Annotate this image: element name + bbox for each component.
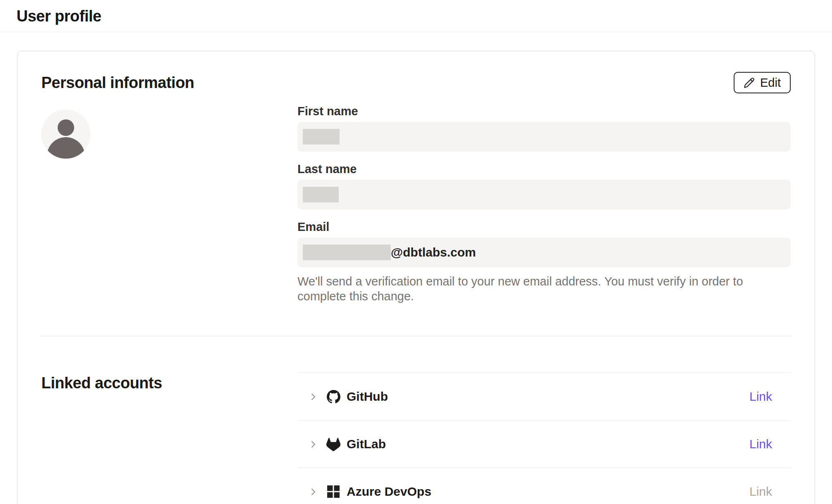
account-row-azure-devops: Azure DevOps Link	[297, 468, 791, 504]
linked-accounts-heading-column: Linked accounts	[41, 373, 297, 504]
personal-info-form: First name Last name Email @dbtlabs.com …	[297, 105, 791, 304]
azure-devops-link-action: Link	[749, 485, 772, 499]
page-header: User profile	[0, 0, 832, 32]
email-helper-text: We'll send a verification email to your …	[297, 274, 791, 304]
chevron-right-icon[interactable]	[308, 439, 319, 450]
email-redacted-value	[303, 245, 391, 260]
edit-button-label: Edit	[760, 76, 781, 90]
github-icon	[326, 390, 340, 404]
gitlab-link-action[interactable]: Link	[749, 437, 772, 451]
account-name: GitHub	[347, 390, 388, 404]
gitlab-icon	[326, 437, 340, 451]
edit-button[interactable]: Edit	[734, 72, 791, 93]
last-name-label: Last name	[297, 162, 791, 176]
first-name-redacted-value	[303, 129, 340, 145]
linked-accounts-list: GitHub Link GitLab Link	[297, 373, 791, 504]
email-label: Email	[297, 220, 791, 234]
last-name-group: Last name	[297, 162, 791, 209]
email-domain-suffix: @dbtlabs.com	[391, 245, 476, 259]
account-row-github: GitHub Link	[297, 373, 791, 421]
personal-info-heading: Personal information	[41, 74, 194, 92]
avatar	[41, 109, 90, 159]
first-name-input[interactable]	[297, 122, 791, 152]
chevron-right-icon[interactable]	[308, 486, 319, 497]
account-name: Azure DevOps	[347, 485, 431, 499]
chevron-right-icon[interactable]	[308, 391, 319, 402]
github-link-action[interactable]: Link	[749, 390, 772, 404]
pencil-icon	[744, 77, 755, 88]
email-input[interactable]: @dbtlabs.com	[297, 238, 791, 267]
linked-accounts-section: Linked accounts GitHub Link	[41, 373, 791, 504]
first-name-group: First name	[297, 105, 791, 152]
last-name-redacted-value	[303, 187, 339, 202]
page-title: User profile	[17, 6, 815, 26]
linked-accounts-heading: Linked accounts	[41, 374, 297, 392]
account-row-gitlab: GitLab Link	[297, 421, 791, 468]
last-name-input[interactable]	[297, 180, 791, 209]
profile-card: Personal information Edit	[17, 51, 815, 504]
account-name: GitLab	[347, 437, 386, 451]
first-name-label: First name	[297, 105, 791, 118]
azure-devops-icon	[326, 485, 340, 499]
avatar-column	[41, 105, 297, 304]
section-divider	[41, 336, 791, 336]
personal-info-header: Personal information Edit	[41, 72, 791, 93]
personal-info-body: First name Last name Email @dbtlabs.com …	[41, 105, 791, 304]
email-group: Email @dbtlabs.com We'll send a verifica…	[297, 220, 791, 304]
